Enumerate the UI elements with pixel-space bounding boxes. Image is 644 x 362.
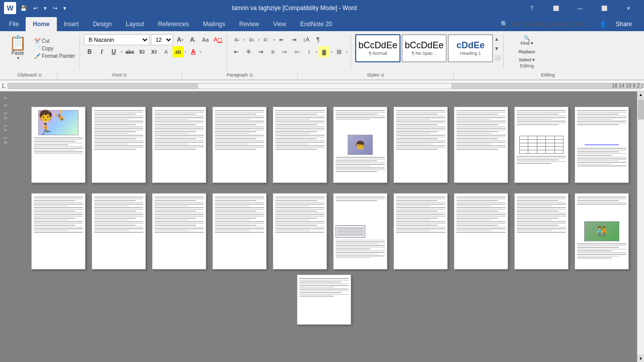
share-button[interactable]: Share: [610, 19, 638, 30]
highlight-color-button[interactable]: ab: [173, 46, 184, 57]
page-thumb-2[interactable]: [92, 107, 146, 183]
page-thumb-14[interactable]: [212, 193, 267, 269]
page-thumb-7[interactable]: [393, 107, 448, 183]
tell-me-button[interactable]: 🔍 Tell me what you want to do...: [494, 18, 596, 30]
tab-endnote[interactable]: EndNote 20: [293, 17, 339, 31]
page-thumb-4[interactable]: [212, 107, 267, 183]
select-button[interactable]: Select ▾: [512, 57, 542, 63]
font-color-button[interactable]: A: [188, 46, 199, 57]
center-button[interactable]: ⁜: [243, 46, 254, 57]
maximize-button[interactable]: ⬜: [593, 0, 616, 16]
scroll-thumb[interactable]: [638, 100, 644, 120]
page-thumb-11[interactable]: [31, 193, 86, 269]
page-thumb-16[interactable]: [333, 193, 387, 269]
superscript-button[interactable]: X2: [148, 46, 159, 57]
style-heading1[interactable]: cDdEe Heading 1: [448, 34, 493, 62]
clear-formatting-button[interactable]: A◻: [212, 34, 223, 45]
page-thumb-8[interactable]: [454, 107, 508, 183]
ruler-tab-icon[interactable]: L: [2, 82, 6, 89]
undo-button[interactable]: ↩: [31, 4, 40, 13]
styles-expand[interactable]: ⊡: [381, 73, 384, 77]
minimize-button[interactable]: —: [569, 0, 592, 16]
page-thumb-18[interactable]: [454, 193, 508, 269]
styles-scroll-up[interactable]: ▲: [494, 36, 500, 42]
page-thumb-9[interactable]: [514, 107, 569, 183]
numbering-button[interactable]: ≡1: [246, 34, 257, 45]
style-normal[interactable]: bCcDdEe ¶ Normal: [355, 34, 400, 62]
font-name-select[interactable]: B Nazanin: [84, 34, 149, 45]
sort-button[interactable]: ↕A: [300, 34, 311, 45]
tab-home[interactable]: Home: [26, 17, 56, 31]
font-shrink-button[interactable]: A-: [187, 34, 198, 45]
ribbon-tab-bar: File Home Insert Design Layout Reference…: [0, 16, 644, 31]
user-account[interactable]: 👤: [599, 21, 607, 28]
text-effects-button[interactable]: A: [160, 46, 172, 57]
font-expand[interactable]: ⊡: [123, 73, 127, 77]
styles-scroll-down[interactable]: ▼: [494, 46, 500, 51]
line-spacing-button[interactable]: ↕: [303, 46, 314, 57]
page-thumb-10[interactable]: [575, 107, 629, 183]
tab-file[interactable]: File: [2, 17, 26, 31]
tab-review[interactable]: Review: [232, 17, 266, 31]
help-button[interactable]: ?: [520, 0, 543, 16]
subscript-button[interactable]: X2: [136, 46, 147, 57]
page-thumb-21[interactable]: [297, 275, 351, 325]
change-case-button[interactable]: Aa: [200, 34, 211, 45]
page-thumb-20[interactable]: 🧑‍🤝‍🧑: [575, 193, 629, 269]
ltr-button[interactable]: ⇦: [291, 46, 302, 57]
page-thumb-17[interactable]: [393, 193, 448, 269]
scroll-down-button[interactable]: ▼: [637, 355, 645, 362]
tab-view[interactable]: View: [266, 17, 293, 31]
undo-dropdown[interactable]: ▾: [42, 4, 49, 13]
ribbon-display-button[interactable]: ⬜: [544, 0, 568, 16]
increase-indent-button[interactable]: ⇥: [288, 34, 299, 45]
align-right-button[interactable]: ⇥: [255, 46, 266, 57]
font-size-select[interactable]: 12: [151, 34, 173, 45]
multilevel-list-button[interactable]: ≡⋮: [261, 34, 272, 45]
redo-button[interactable]: ↪: [51, 4, 59, 13]
tab-mailings[interactable]: Mailings: [196, 17, 232, 31]
styles-expand[interactable]: ⬜: [494, 55, 500, 60]
font-grow-button[interactable]: A+: [175, 34, 186, 45]
paragraph-expand[interactable]: ⊡: [250, 73, 253, 77]
customize-qa-button[interactable]: ▾: [61, 4, 68, 13]
page-thumb-15[interactable]: [273, 193, 327, 269]
justify-button[interactable]: ≡: [267, 46, 278, 57]
rtl-button[interactable]: ⇨: [279, 46, 290, 57]
format-painter-button[interactable]: 🖌️ Format Painter: [33, 53, 76, 59]
vertical-scrollbar[interactable]: ▲ ▼: [637, 92, 644, 362]
tab-insert[interactable]: Insert: [57, 17, 86, 31]
scroll-up-button[interactable]: ▲: [637, 92, 645, 99]
page-thumb-6[interactable]: 👦: [333, 107, 387, 183]
bullets-button[interactable]: ≡•: [231, 34, 242, 45]
show-hide-button[interactable]: ¶: [312, 34, 324, 45]
borders-button[interactable]: ⊞: [334, 46, 345, 57]
shading-button[interactable]: ▓: [318, 46, 330, 57]
italic-button[interactable]: I: [96, 46, 107, 57]
paste-button[interactable]: 📋 Paste ▾: [5, 34, 31, 62]
page-thumb-12[interactable]: [92, 193, 146, 269]
tab-layout[interactable]: Layout: [119, 17, 151, 31]
decrease-indent-button[interactable]: ⇤: [276, 34, 287, 45]
page-thumb-3[interactable]: [152, 107, 206, 183]
underline-button[interactable]: U: [108, 46, 119, 57]
clipboard-expand[interactable]: ⊡: [38, 73, 42, 77]
tab-references[interactable]: References: [151, 17, 196, 31]
page-thumb-13[interactable]: [152, 193, 206, 269]
align-left-button[interactable]: ⇤: [231, 46, 242, 57]
bold-button[interactable]: B: [84, 46, 95, 57]
page-thumb-1[interactable]: 🧒🤸🏃: [31, 107, 86, 183]
copy-button[interactable]: 📄 Copy: [33, 45, 76, 52]
style-no-spacing[interactable]: bCcDdEe ¶ No Spac...: [401, 34, 447, 62]
replace-button[interactable]: Replace: [512, 49, 542, 55]
page-thumb-19[interactable]: [514, 193, 569, 269]
ribbon: 📋 Paste ▾ ✂️ Cut 📄 Copy 🖌️ Forma: [0, 31, 644, 80]
save-button[interactable]: 💾: [18, 4, 29, 13]
tab-design[interactable]: Design: [86, 17, 119, 31]
page-thumb-5[interactable]: [273, 107, 327, 183]
strikethrough-button[interactable]: abc: [124, 46, 135, 57]
close-button[interactable]: ✕: [617, 0, 640, 16]
cut-button[interactable]: ✂️ Cut: [33, 38, 76, 44]
find-button[interactable]: 🔍 Find ▾: [512, 34, 542, 47]
document-area[interactable]: 🧒🤸🏃: [11, 92, 637, 362]
